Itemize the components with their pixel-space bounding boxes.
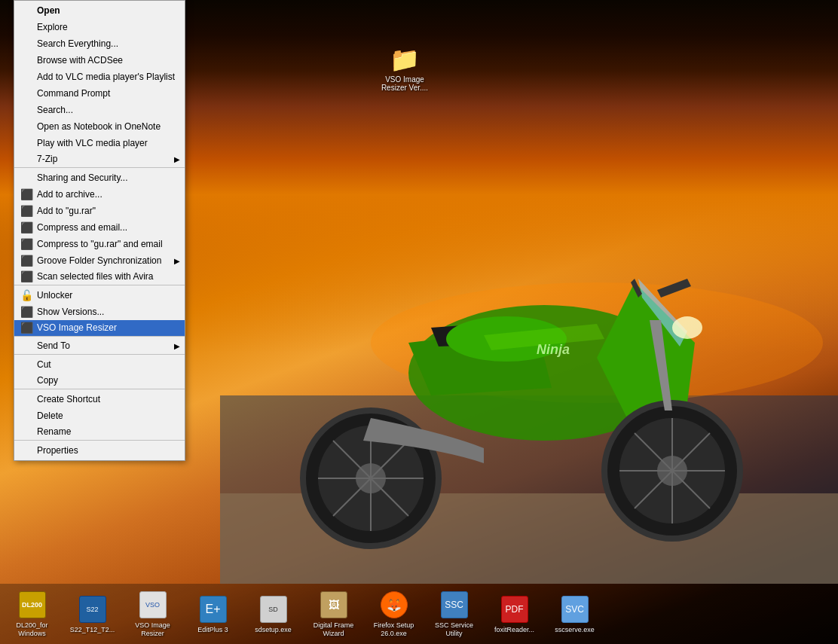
menu-item-sharing-security[interactable]: Sharing and Security... xyxy=(14,169,185,186)
menu-create-shortcut-label: Create Shortcut xyxy=(37,394,100,404)
taskbar-icon-vso[interactable]: VSO VSO ImageResizer xyxy=(128,590,177,638)
sendto-arrow-icon: ▶ xyxy=(174,342,180,350)
menu-item-cut[interactable]: Cut xyxy=(14,356,185,373)
folder-icon: 📁 xyxy=(390,45,420,74)
menu-item-send-to[interactable]: Send To ▶ xyxy=(14,338,185,355)
digitalframe-label: Digital FrameWizard xyxy=(313,621,354,638)
firefox-icon: 🦊 xyxy=(379,590,409,620)
taskbar-icon-foxit[interactable]: PDF foxitReader... xyxy=(490,594,539,634)
vso-folder-desktop-icon[interactable]: 📁 VSO Image Resizer Ver.... xyxy=(378,45,431,92)
taskbar-icon-ssc[interactable]: SSC SSC ServiceUtility xyxy=(430,590,479,638)
menu-onenote-label: Open as Notebook in OneNote xyxy=(37,121,161,132)
svg-point-20 xyxy=(672,316,702,339)
menu-item-show-versions[interactable]: ⬛ Show Versions... xyxy=(14,304,185,320)
editplus-label: EditPlus 3 xyxy=(197,626,228,634)
menu-explore-label: Explore xyxy=(37,22,68,32)
vso-tb-label: VSO ImageResizer xyxy=(135,621,170,638)
menu-vso-label: VSO Image Resizer xyxy=(37,322,117,333)
motorcycle-image: Ninja xyxy=(220,132,838,584)
menu-copy-label: Copy xyxy=(37,375,58,386)
menu-groove-label: Groove Folder Synchronization xyxy=(37,255,161,266)
menu-7zip-label: 7-Zip xyxy=(37,154,57,164)
menu-rename-label: Rename xyxy=(37,426,71,437)
taskbar-icon-s22[interactable]: S22 S22_T12_T2... xyxy=(68,594,117,634)
menu-item-play-vlc[interactable]: Play with VLC media player xyxy=(14,135,185,151)
menu-sharing-label: Sharing and Security... xyxy=(37,172,128,183)
taskbar-icon-editplus[interactable]: E+ EditPlus 3 xyxy=(188,594,237,634)
menu-item-open[interactable]: Open xyxy=(14,2,185,19)
taskbar-icon-sscserve[interactable]: SVC sscserve.exe xyxy=(550,594,599,634)
unlocker-icon: 🔓 xyxy=(19,288,34,303)
menu-cut-label: Cut xyxy=(37,359,51,370)
menu-item-open-onenote[interactable]: Open as Notebook in OneNote xyxy=(14,118,185,135)
7zip-arrow-icon: ▶ xyxy=(174,155,180,163)
menu-add-vlc-label: Add to VLC media player's Playlist xyxy=(37,72,175,82)
taskbar-icon-firefox[interactable]: 🦊 Firefox Setup26.0.exe xyxy=(369,590,418,638)
menu-item-compress-gu-email[interactable]: ⬛ Compress to "gu.rar" and email xyxy=(14,236,185,252)
menu-delete-label: Delete xyxy=(37,411,63,421)
ssc-icon: SSC xyxy=(439,590,469,620)
menu-item-command-prompt[interactable]: Command Prompt xyxy=(14,85,185,102)
sdsetup-label: sdsetup.exe xyxy=(255,626,292,634)
menu-item-copy[interactable]: Copy xyxy=(14,373,185,389)
groove-arrow-icon: ▶ xyxy=(174,257,180,265)
menu-add-archive-label: Add to archive... xyxy=(37,189,102,200)
menu-item-unlocker[interactable]: 🔓 Unlocker xyxy=(14,287,185,304)
menu-properties-label: Properties xyxy=(37,445,78,456)
sdsetup-icon: SD xyxy=(258,594,289,624)
menu-play-vlc-label: Play with VLC media player xyxy=(37,138,148,148)
sscserve-label: sscserve.exe xyxy=(555,626,595,634)
avira-icon: ⬛ xyxy=(19,269,34,284)
menu-browse-acdsee-label: Browse with ACDSee xyxy=(37,55,123,66)
menu-avira-label: Scan selected files with Avira xyxy=(37,271,154,282)
menu-item-search[interactable]: Search... xyxy=(14,102,185,118)
vso-folder-label: VSO Image Resizer Ver.... xyxy=(378,75,431,92)
dl200-label: DL200_forWindows xyxy=(16,621,47,638)
menu-open-label: Open xyxy=(37,5,60,16)
vso-tb-icon: VSO xyxy=(138,590,168,620)
foxit-icon: PDF xyxy=(500,594,530,624)
menu-item-compress-email[interactable]: ⬛ Compress and email... xyxy=(14,219,185,236)
taskbar-icon-dl200[interactable]: DL200 DL200_forWindows xyxy=(8,590,57,638)
menu-item-add-vlc-playlist[interactable]: Add to VLC media player's Playlist xyxy=(14,69,185,85)
context-menu: Open Explore Search Everything... Browse… xyxy=(14,0,185,461)
taskbar: DL200 DL200_forWindows S22 S22_T12_T2...… xyxy=(0,584,838,644)
taskbar-icon-sdsetup[interactable]: SD sdsetup.exe xyxy=(249,594,298,634)
menu-item-add-archive[interactable]: ⬛ Add to archive... xyxy=(14,186,185,203)
menu-item-rename[interactable]: Rename xyxy=(14,424,185,441)
menu-item-scan-avira[interactable]: ⬛ Scan selected files with Avira xyxy=(14,269,185,285)
winrar-add-icon: ⬛ xyxy=(19,187,34,202)
menu-item-delete[interactable]: Delete xyxy=(14,407,185,424)
menu-cmd-label: Command Prompt xyxy=(37,88,110,99)
winrar-gu-icon: ⬛ xyxy=(19,203,34,218)
menu-item-properties[interactable]: Properties xyxy=(14,442,185,459)
menu-item-7zip[interactable]: 7-Zip ▶ xyxy=(14,151,185,168)
menu-item-explore[interactable]: Explore xyxy=(14,19,185,35)
sscserve-icon: SVC xyxy=(560,594,590,624)
menu-item-browse-acdsee[interactable]: Browse with ACDSee xyxy=(14,52,185,69)
firefox-label: Firefox Setup26.0.exe xyxy=(374,621,414,638)
s22-label: S22_T12_T2... xyxy=(70,626,115,634)
menu-add-gu-rar-label: Add to "gu.rar" xyxy=(37,206,96,216)
showver-icon: ⬛ xyxy=(19,304,34,319)
winrar-compress-gu-icon: ⬛ xyxy=(19,237,34,252)
menu-item-add-gu-rar[interactable]: ⬛ Add to "gu.rar" xyxy=(14,203,185,219)
winrar-compress-icon: ⬛ xyxy=(19,220,34,235)
dl200-icon: DL200 xyxy=(17,590,47,620)
desktop: Ninja 📁 VSO Image Resizer Ver.... AA AA_… xyxy=(0,0,838,644)
menu-send-to-label: Send To xyxy=(37,340,70,351)
groove-icon: ⬛ xyxy=(19,253,34,268)
digitalframe-icon: 🖼 xyxy=(319,590,349,620)
menu-item-groove-sync[interactable]: ⬛ Groove Folder Synchronization ▶ xyxy=(14,252,185,269)
menu-compress-email-label: Compress and email... xyxy=(37,222,127,233)
menu-item-vso-resizer[interactable]: ⬛ VSO Image Resizer xyxy=(14,320,185,337)
taskbar-icon-digitalframe[interactable]: 🖼 Digital FrameWizard xyxy=(309,590,358,638)
menu-compress-gu-email-label: Compress to "gu.rar" and email xyxy=(37,239,163,249)
editplus-icon: E+ xyxy=(198,594,228,624)
menu-search-everything-label: Search Everything... xyxy=(37,38,118,49)
menu-show-versions-label: Show Versions... xyxy=(37,307,104,317)
menu-item-search-everything[interactable]: Search Everything... xyxy=(14,35,185,52)
menu-item-create-shortcut[interactable]: Create Shortcut xyxy=(14,391,185,407)
menu-search-label: Search... xyxy=(37,105,73,115)
foxit-label: foxitReader... xyxy=(494,626,534,634)
